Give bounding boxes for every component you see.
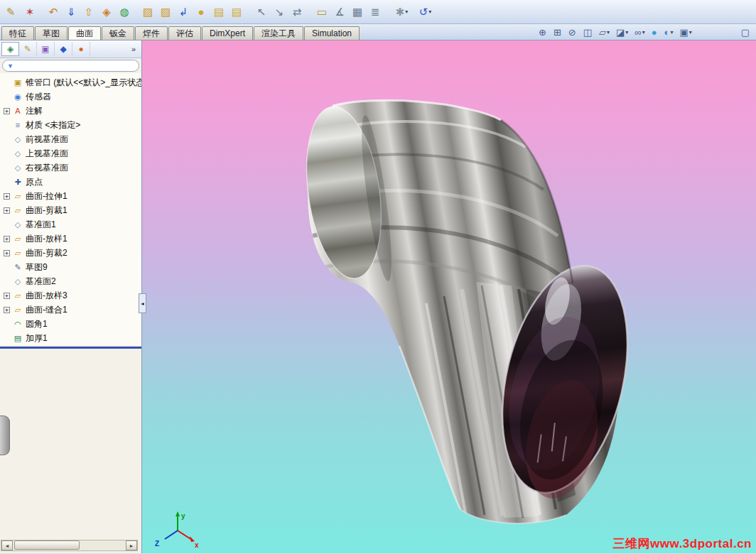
tab-sketch[interactable]: 草图	[35, 26, 68, 40]
zoom-fit-icon[interactable]: ⊕	[539, 27, 547, 38]
tree-item[interactable]: ◉ 传感器	[0, 89, 141, 104]
scroll-left-button[interactable]: ◄	[1, 541, 13, 550]
tab-render-tools[interactable]: 渲染工具	[254, 26, 303, 40]
tree-item[interactable]: + ▱ 曲面-放样3	[0, 288, 141, 303]
tab-dimxpert[interactable]: DimXpert	[202, 26, 253, 40]
toolbar-icon-glyph: ↲	[179, 6, 188, 18]
expand-toggle[interactable]: +	[4, 250, 10, 256]
fullscreen-icon[interactable]: ▢	[741, 27, 750, 38]
zoom-back-icon[interactable]: ↖	[254, 4, 270, 20]
scrollbar-track[interactable]	[13, 541, 126, 550]
explode-view-icon[interactable]: ✶	[22, 4, 38, 20]
expand-toggle[interactable]: +	[4, 207, 10, 214]
scrollbar-thumb[interactable]	[14, 541, 80, 550]
file-folder-icon[interactable]: ▨	[158, 4, 174, 20]
display-style-icon[interactable]: ◪ ▾	[616, 27, 628, 38]
scroll-right-button[interactable]: ►	[126, 541, 137, 550]
grid-system-icon[interactable]: ▦	[350, 4, 366, 20]
expand-toggle[interactable]: +	[4, 293, 10, 299]
measure-icon[interactable]: ∡	[332, 4, 348, 20]
horizontal-scrollbar[interactable]: ◄ ►	[1, 540, 138, 551]
edit-appearance-icon[interactable]: ●	[652, 27, 658, 38]
block-tool-icon[interactable]: ▤	[229, 4, 245, 20]
graphics-area[interactable]: y x Z 三维网www.3dportal.cn	[142, 40, 756, 553]
pan-view-icon[interactable]: ⇄	[289, 4, 306, 20]
mass-properties-icon[interactable]: ≣	[367, 4, 384, 20]
tree-item[interactable]: ◇ 基准面2	[0, 274, 141, 288]
view-orientation-icon[interactable]: ▱ ▾	[599, 27, 610, 38]
undo-icon[interactable]: ↺ ▾	[417, 4, 433, 20]
import-icon[interactable]: ⇓	[63, 4, 80, 20]
style-tool-icon[interactable]: ✎	[3, 4, 19, 20]
section-view-icon[interactable]: ◫	[583, 27, 593, 38]
toolbar-icon-glyph: ⇄	[293, 6, 302, 18]
tab-features[interactable]: 特征	[1, 26, 34, 40]
tree-item[interactable]: ≡ 材质 <未指定>	[0, 118, 141, 132]
mirror-tool-icon[interactable]: ◍	[117, 4, 133, 20]
hook-tool-icon[interactable]: ↲	[176, 4, 192, 20]
panel-collapse-arrow[interactable]: ◄	[139, 293, 146, 313]
options-icon[interactable]: ✱ ▾	[394, 4, 410, 20]
filter-funnel-icon: ▼	[7, 63, 14, 70]
tree-item[interactable]: ◇ 基准面1	[0, 217, 141, 232]
toolbar-icon-glyph: ▤	[214, 6, 224, 18]
propertymanager-tab-icon[interactable]: ✎	[19, 42, 37, 56]
tree-item-icon: ▱	[13, 305, 23, 315]
zoom-forward-icon[interactable]: ↘	[271, 4, 288, 20]
tree-item[interactable]: ✚ 原点	[0, 175, 141, 189]
configurationmanager-tab-icon[interactable]: ▣	[37, 42, 55, 56]
filter-input[interactable]	[16, 61, 134, 70]
move-copy-icon[interactable]: ◈	[99, 4, 115, 20]
tree-item[interactable]: + ▱ 曲面-放样1	[0, 232, 141, 246]
tree-item-icon: ◇	[13, 220, 23, 229]
triad-x-label: x	[195, 541, 199, 549]
tree-item-icon: ≡	[13, 121, 23, 129]
tree-item[interactable]: ◇ 上视基准面	[0, 146, 141, 161]
tree-item-icon: ▱	[13, 206, 23, 215]
open-folder-icon[interactable]: ▨	[140, 4, 156, 20]
tree-item[interactable]: ◇ 前视基准面	[0, 132, 141, 146]
tab-sheet-metal[interactable]: 钣金	[102, 26, 134, 40]
tab-weldments[interactable]: 焊件	[135, 26, 168, 40]
model-3d-pipe[interactable]	[142, 40, 755, 553]
expand-toggle[interactable]: +	[4, 108, 10, 114]
tree-item[interactable]: + ▱ 曲面-剪裁1	[0, 203, 141, 217]
tab-evaluate[interactable]: 评估	[168, 26, 201, 40]
expand-toggle[interactable]: +	[4, 193, 10, 200]
dimxpertmanager-tab-icon[interactable]: ◆	[55, 42, 72, 56]
hide-show-items-icon[interactable]: ∞ ▾	[634, 27, 644, 38]
panel-tabs-overflow-button[interactable]: »	[127, 45, 140, 53]
tree-item[interactable]: + ▱ 曲面-剪裁2	[0, 246, 141, 260]
tree-item-label: 基准面2	[26, 276, 56, 288]
export-icon[interactable]: ⇧	[81, 4, 97, 20]
tab-simulation[interactable]: Simulation	[304, 26, 360, 40]
tree-item[interactable]: ◠ 圆角1	[0, 317, 141, 331]
tree-item-label: 上视基准面	[26, 148, 68, 160]
tree-item[interactable]: ▣ 锥管口 (默认<<默认>_显示状态	[0, 75, 141, 89]
zoom-in-out-icon[interactable]: ⊘	[568, 27, 577, 38]
expand-toggle[interactable]: +	[4, 307, 10, 313]
apply-scene-icon[interactable]: ◐ ▾	[664, 27, 674, 38]
collapsed-panel-handle[interactable]	[0, 416, 10, 455]
tab-surfaces[interactable]: 曲面	[68, 26, 101, 40]
tree-item[interactable]: ▤ 加厚1	[0, 331, 141, 345]
tree-item[interactable]: + ▱ 曲面-缝合1	[0, 303, 141, 317]
panel-tab-glyph: ◈	[7, 44, 14, 54]
zoom-area-icon[interactable]: ⊞	[554, 27, 562, 38]
view-settings-icon[interactable]: ▣ ▾	[679, 27, 691, 38]
view-icon-glyph: ⊘	[568, 27, 576, 38]
rotate-undo-icon[interactable]: ↶	[45, 4, 62, 20]
cube-tool-icon[interactable]: ▤	[211, 4, 227, 20]
toolbar-icon-glyph: ●	[198, 6, 204, 18]
tree-item[interactable]: ✎ 草图9	[0, 260, 141, 274]
sphere-tool-icon[interactable]: ●	[193, 4, 210, 20]
feature-tree-filter[interactable]: ▼	[2, 60, 139, 72]
tree-item[interactable]: ◇ 右视基准面	[0, 161, 141, 175]
expand-toggle[interactable]: +	[4, 236, 10, 242]
ruler-icon[interactable]: ▭	[314, 4, 330, 20]
featuremanager-tab-icon[interactable]: ◈	[1, 42, 19, 56]
tree-item[interactable]: + ▱ 曲面-拉伸1	[0, 189, 141, 203]
feature-tree: ▣ 锥管口 (默认<<默认>_显示状态 ◉ 传感器 + A 注解	[0, 73, 141, 345]
tree-item[interactable]: + A 注解	[0, 104, 141, 118]
displaymanager-tab-icon[interactable]: ●	[72, 42, 90, 56]
